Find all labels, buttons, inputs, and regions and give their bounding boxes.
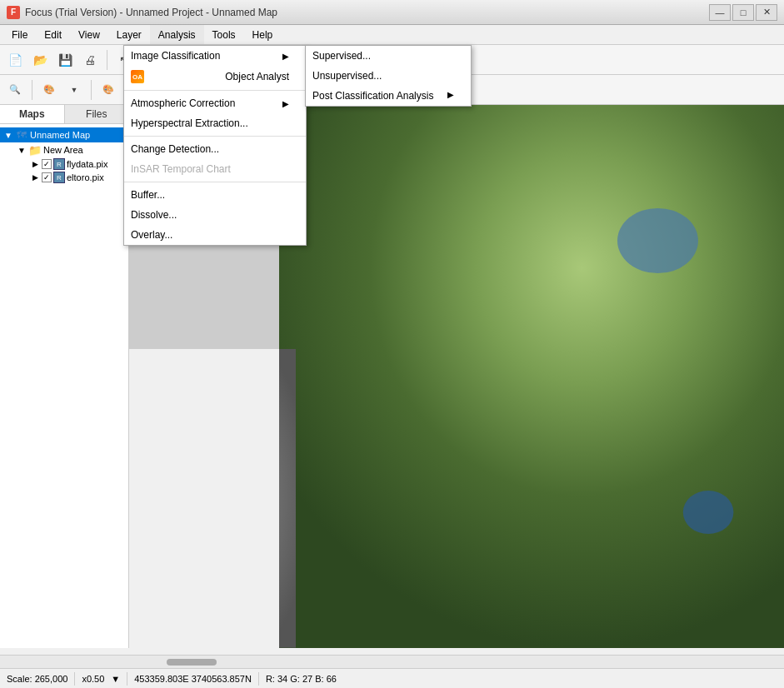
tab-maps[interactable]: Maps — [0, 105, 65, 123]
menu-dissolve[interactable]: Dissolve... — [124, 205, 306, 225]
folder-icon: 📁 — [28, 143, 42, 157]
menu-analysis[interactable]: Analysis — [150, 25, 204, 44]
raster-icon-flydata: R — [53, 158, 65, 170]
menu-overlay[interactable]: Overlay... — [124, 225, 306, 245]
satellite-color-image — [279, 105, 784, 648]
window-controls[interactable]: — □ ✕ — [709, 4, 777, 21]
menu-buffer[interactable]: Buffer... — [124, 185, 306, 205]
status-sep-1 — [74, 672, 75, 686]
menu-edit[interactable]: Edit — [36, 25, 70, 44]
tree-toggle-eltoro[interactable]: ▶ — [30, 173, 40, 182]
sidebar: Maps Files ▼ 🗺 Unnamed Map ▼ 📁 New Area … — [0, 105, 129, 648]
tree-label-area: New Area — [43, 145, 83, 155]
sep-3 — [124, 182, 306, 182]
sidebar-tabs: Maps Files — [0, 105, 128, 124]
sep-t2-2 — [91, 80, 92, 100]
scrollbar-thumb[interactable] — [167, 659, 217, 666]
map-icon: 🗺 — [15, 128, 28, 142]
print-button[interactable]: 🖨 — [78, 48, 102, 72]
submenu-arrow-post: ▶ — [447, 90, 454, 99]
svg-rect-0 — [279, 105, 784, 648]
svg-point-2 — [683, 491, 734, 534]
scrollbar-horizontal[interactable] — [0, 655, 784, 668]
tree-label-map: Unnamed Map — [30, 130, 90, 140]
submenu-arrow-atmospheric: ▶ — [282, 99, 289, 108]
menu-help[interactable]: Help — [244, 25, 282, 44]
tree-item-eltoro[interactable]: ▶ ✓ R eltoro.pix — [0, 171, 128, 184]
menu-supervised[interactable]: Supervised... — [306, 46, 471, 66]
object-analyst-icon: OA — [131, 70, 147, 83]
app-icon: F — [7, 6, 20, 19]
close-button[interactable]: ✕ — [756, 4, 777, 21]
tree-area: ▼ 🗺 Unnamed Map ▼ 📁 New Area ▶ ✓ R flyda… — [0, 124, 128, 187]
menu-tools[interactable]: Tools — [204, 25, 244, 44]
tab-files[interactable]: Files — [65, 105, 129, 123]
window-title: Focus (Trial Version) - Unnamed Project … — [25, 7, 277, 18]
status-scale: Scale: 265,000 — [7, 674, 67, 684]
menu-hyperspectral[interactable]: Hyperspectral Extraction... — [124, 113, 306, 133]
status-bar: Scale: 265,000 x0.50 ▼ 453359.803E 37405… — [0, 668, 784, 688]
svg-point-1 — [617, 208, 698, 273]
status-sep-2 — [127, 672, 127, 686]
zoom-dropdown[interactable]: ▼ — [111, 674, 120, 684]
submenu-arrow-classification: ▶ — [282, 52, 289, 61]
tree-item-flydata[interactable]: ▶ ✓ R flydata.pix — [0, 157, 128, 171]
menu-image-classification[interactable]: Image Classification ▶ — [124, 46, 306, 66]
status-zoom: x0.50 — [82, 674, 104, 684]
tree-item-new-area[interactable]: ▼ 📁 New Area — [0, 142, 128, 157]
sep-1 — [124, 90, 306, 91]
menu-bar: File Edit View Layer Analysis Tools Help — [0, 25, 784, 45]
menu-atmospheric[interactable]: Atmospheric Correction ▶ — [124, 93, 306, 113]
menu-layer[interactable]: Layer — [108, 25, 150, 44]
title-bar-left: F Focus (Trial Version) - Unnamed Projec… — [7, 6, 277, 19]
menu-object-analyst[interactable]: OA Object Analyst — [124, 66, 306, 87]
menu-post-classification[interactable]: Post Classification Analysis ▶ — [306, 86, 471, 106]
tree-item-unnamed-map[interactable]: ▼ 🗺 Unnamed Map — [0, 127, 128, 142]
save-button[interactable]: 💾 — [53, 48, 77, 72]
minimize-button[interactable]: — — [709, 4, 731, 21]
maximize-button[interactable]: □ — [732, 4, 754, 21]
status-sep-3 — [258, 672, 259, 686]
menu-change-detection[interactable]: Change Detection... — [124, 139, 306, 159]
title-bar: F Focus (Trial Version) - Unnamed Projec… — [0, 0, 784, 25]
empty-map-area — [129, 349, 279, 648]
main-area: Maps Files ▼ 🗺 Unnamed Map ▼ 📁 New Area … — [0, 105, 784, 648]
new-button[interactable]: 📄 — [3, 48, 27, 72]
menu-view[interactable]: View — [70, 25, 108, 44]
checkbox-flydata[interactable]: ✓ — [42, 159, 52, 169]
tree-label-flydata: flydata.pix — [67, 159, 108, 169]
menu-insar: InSAR Temporal Chart — [124, 159, 306, 179]
analysis-dropdown: Image Classification ▶ OA Object Analyst… — [123, 45, 307, 246]
menu-file[interactable]: File — [3, 25, 36, 44]
tree-toggle-map[interactable]: ▼ — [3, 131, 13, 140]
menu-unsupervised[interactable]: Unsupervised... — [306, 66, 471, 86]
checkbox-eltoro[interactable]: ✓ — [42, 172, 52, 182]
color-dropdown[interactable]: ▼ — [62, 78, 86, 102]
tree-toggle-area[interactable]: ▼ — [17, 146, 27, 155]
tree-toggle-flydata[interactable]: ▶ — [30, 160, 40, 168]
raster-icon-eltoro: R — [53, 172, 65, 183]
open-button[interactable]: 📂 — [28, 48, 52, 72]
zoom-tool[interactable]: 🔍 — [3, 78, 27, 102]
image-classification-submenu: Supervised... Unsupervised... Post Class… — [305, 45, 472, 107]
tree-label-eltoro: eltoro.pix — [67, 172, 104, 182]
color-tool-2[interactable]: 🎨 — [97, 78, 120, 102]
color-tool-1[interactable]: 🎨 — [37, 78, 61, 102]
sep-t2-1 — [32, 80, 32, 100]
separator-1 — [107, 50, 107, 70]
sep-2 — [124, 136, 306, 137]
status-rgb: R: 34 G: 27 B: 66 — [266, 674, 337, 684]
status-coordinates: 453359.803E 3740563.857N — [134, 674, 252, 684]
